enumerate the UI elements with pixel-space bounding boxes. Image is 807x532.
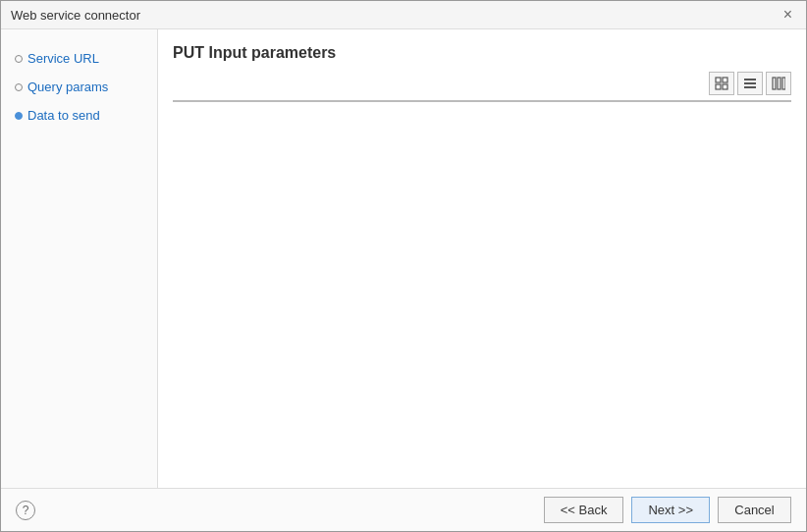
query-params-link[interactable]: Query params — [27, 80, 108, 94]
scroll-up-arrow[interactable]: ▲ — [775, 101, 790, 102]
main-panel: PUT Input parameters ▲ ▼ ◀ ▶ — [158, 29, 806, 488]
data-to-send-link[interactable]: Data to send — [27, 108, 100, 123]
close-button[interactable]: × — [780, 7, 796, 23]
main-window: Web service connector × Service URL Quer… — [0, 0, 807, 532]
sidebar-item-query-params[interactable]: Query params — [11, 78, 147, 96]
window-title: Web service connector — [11, 8, 140, 23]
content-area: Service URL Query params Data to send PU… — [1, 29, 806, 488]
svg-rect-2 — [716, 84, 721, 89]
bullet-data-to-send — [15, 112, 23, 120]
svg-rect-4 — [744, 79, 756, 80]
horizontal-scrollbar[interactable] — [174, 100, 775, 101]
sidebar-item-service-url[interactable]: Service URL — [11, 49, 147, 68]
scroll-left-arrow[interactable]: ◀ — [174, 100, 189, 101]
bullet-query-params — [15, 83, 23, 91]
svg-rect-9 — [782, 78, 785, 89]
back-button[interactable]: << Back — [544, 497, 624, 523]
scroll-right-arrow[interactable]: ▶ — [759, 100, 775, 101]
toolbar-btn-columns[interactable] — [766, 72, 791, 95]
bullet-service-url — [15, 55, 23, 63]
title-bar: Web service connector × — [1, 1, 806, 29]
mapping-wrapper: ▲ ▼ ◀ ▶ — [173, 100, 791, 473]
next-button[interactable]: Next >> — [631, 497, 710, 523]
svg-rect-5 — [744, 82, 756, 84]
svg-rect-3 — [723, 84, 727, 89]
svg-rect-1 — [723, 78, 727, 82]
toolbar-btn-list[interactable] — [737, 72, 763, 95]
service-url-link[interactable]: Service URL — [27, 51, 99, 66]
svg-rect-0 — [716, 78, 721, 82]
svg-rect-8 — [778, 78, 780, 89]
help-button[interactable]: ? — [16, 501, 35, 520]
svg-rect-6 — [744, 86, 756, 88]
sidebar: Service URL Query params Data to send — [1, 29, 158, 488]
sidebar-item-data-to-send[interactable]: Data to send — [11, 106, 147, 125]
svg-rect-7 — [773, 78, 776, 89]
toolbar-btn-grid[interactable] — [709, 72, 734, 95]
cancel-button[interactable]: Cancel — [718, 497, 791, 523]
panel-title: PUT Input parameters — [173, 44, 791, 62]
toolbar — [173, 72, 791, 95]
bottom-bar: ? << Back Next >> Cancel — [1, 488, 806, 531]
mapping-container[interactable]: ▲ ▼ ◀ ▶ — [173, 100, 791, 102]
